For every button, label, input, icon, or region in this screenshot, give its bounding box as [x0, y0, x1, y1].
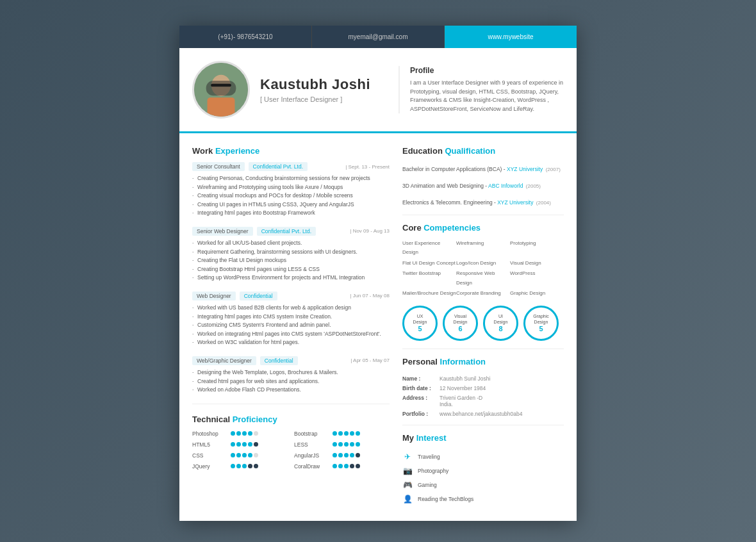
dot — [231, 464, 235, 468]
phone-item: (+91)- 9876543210 — [179, 26, 312, 48]
job-date-1: | Sept. 13 - Present — [345, 164, 390, 170]
duty-item: Setting up WordPress Environment for pro… — [192, 274, 390, 283]
pi-name-row: Name : Kaustubh Sunil Joshi — [402, 375, 564, 382]
dot — [344, 431, 349, 436]
comp-item: Responsive Web Design — [456, 269, 510, 288]
tech-highlight: Proficiency — [233, 415, 277, 424]
dot — [242, 453, 247, 457]
comp-item: Flat UI Design Concept — [402, 259, 456, 268]
skill-circle-visual: VisualDesign 6 — [443, 306, 478, 341]
dot — [242, 431, 247, 436]
circle-value-ui: 8 — [498, 325, 502, 333]
duty-item: Wireframing and Prototyping using tools … — [192, 183, 390, 192]
interest-gaming: 🎮 Gaming — [402, 480, 564, 490]
skill-jquery: JQuery — [192, 463, 288, 470]
dot — [236, 464, 241, 468]
comp-item: Twitter Bootstrap — [402, 269, 456, 288]
dot — [356, 442, 360, 447]
skill-circle-graphic: GraphicDesign 5 — [523, 306, 559, 341]
dot — [344, 453, 349, 457]
work-highlight: Experience — [215, 146, 259, 156]
circle-value-visual: 6 — [458, 325, 462, 333]
comp-item: Prototyping — [510, 239, 564, 258]
skill-circle-ux: UXDesign 5 — [402, 306, 438, 341]
skill-name: Photoshop — [192, 431, 227, 437]
edu-degree-1: Bachelor in Computer Applications (BCA) … — [402, 166, 507, 172]
phone-text: (+91)- 9876543210 — [218, 33, 272, 40]
interest-label: Traveling — [418, 454, 440, 460]
skill-bootstrap: Bootstrap — [294, 431, 390, 437]
pi-address-line1: Triveni Garden -D — [440, 395, 482, 401]
skill-name: AngularJS — [294, 452, 329, 459]
dot — [333, 431, 337, 436]
edu-year-2: (2005) — [526, 183, 541, 189]
edu-entry-3: Electronics & Telecomm. Engineering - XY… — [402, 195, 564, 207]
edu-institution-2: ABC Infoworld — [488, 183, 523, 189]
duty-item: Creating visual mockups and POCs for des… — [192, 192, 390, 201]
job-duties-3: Worked with US based B2B clients for web… — [192, 304, 390, 347]
profile-description: Profile I am a User Interface Designer w… — [399, 66, 564, 113]
competencies-section-title: Core Competencies — [402, 223, 564, 233]
job-company-3: Confidential — [240, 292, 277, 300]
skill-dots — [231, 464, 258, 468]
job-date-3: | Jun 07 - May 08 — [350, 293, 390, 299]
job-role-2: Senior Web Designer — [192, 227, 253, 236]
interest-label: Photography — [418, 468, 448, 474]
comp-item: Wireframing — [456, 239, 510, 258]
job-entry-1: Senior Consultant Confidential Pvt. Ltd.… — [192, 162, 390, 218]
gaming-icon: 🎮 — [402, 480, 413, 490]
competencies-grid: User Experience Design Wireframing Proto… — [402, 239, 564, 298]
dot — [350, 464, 354, 468]
skill-dots — [333, 464, 360, 468]
job-header-3: Web Designer Confidential | Jun 07 - May… — [192, 292, 390, 300]
dot — [248, 464, 252, 468]
skill-dots — [333, 453, 360, 457]
divider — [402, 349, 564, 349]
skill-circles: UXDesign 5 VisualDesign 6 UIDesign 8 Gra… — [402, 306, 564, 341]
full-name: Kaustubh Joshi — [260, 76, 388, 93]
pi-name-label: Name : — [402, 375, 434, 382]
profile-bio: I am a User Interface Designer with 9 ye… — [410, 79, 564, 113]
circle-label-visual: VisualDesign — [454, 314, 468, 325]
duty-item: Designing the Web Template, Logos, Broch… — [192, 368, 390, 377]
edu-institution-1: XYZ University — [507, 166, 543, 172]
dot — [231, 453, 235, 457]
skill-name: HTML5 — [192, 441, 227, 448]
pi-portfolio-row: Portfolio : www.behance.net/jakaustubh0a… — [402, 411, 564, 417]
reading-icon: 👤 — [402, 494, 413, 504]
job-header-1: Senior Consultant Confidential Pvt. Ltd.… — [192, 162, 390, 171]
dot — [350, 431, 354, 436]
job-company-1: Confidential Pvt. Ltd. — [249, 162, 308, 171]
circle-label-ui: UIDesign — [494, 314, 508, 325]
edu-degree-2: 3D Animation and Web Designing - — [402, 183, 488, 189]
job-duties-1: Creating Personas, Conducting brainstorm… — [192, 174, 390, 218]
job-duties-2: Worked for all UK/US-based client projec… — [192, 239, 390, 283]
job-date-2: | Nov 09 - Aug 13 — [350, 228, 390, 234]
edu-year-3: (2004) — [536, 200, 551, 206]
duty-item: Worked on Adobe Flash CD Presentations. — [192, 386, 390, 395]
dot — [248, 442, 252, 447]
dot — [242, 442, 247, 447]
job-role-4: Web/Graphic Designer — [192, 356, 256, 365]
skill-name: CoralDraw — [294, 463, 329, 470]
dot — [231, 431, 235, 436]
duty-item: Creating UI pages in HTML5 using CSS3, J… — [192, 201, 390, 209]
skill-grid: Photoshop Bootstrap — [192, 431, 390, 472]
job-company-2: Confidential Pvt. Ltd. — [257, 227, 316, 236]
comp-item: Graphic Design — [510, 289, 564, 298]
interests-highlight: Interest — [416, 433, 447, 443]
dot — [333, 442, 337, 447]
job-role-3: Web Designer — [192, 292, 236, 300]
divider — [192, 404, 390, 404]
job-entry-3: Web Designer Confidential | Jun 07 - May… — [192, 292, 390, 347]
personal-highlight: Information — [440, 357, 486, 366]
skill-less: LESS — [294, 441, 390, 448]
job-header-4: Web/Graphic Designer Confidential | Apr … — [192, 356, 390, 365]
header-bar: (+91)- 9876543210 myemail@gmail.com www.… — [179, 26, 577, 48]
personal-section-title: Personal Information — [402, 357, 564, 366]
dot — [350, 453, 354, 457]
skill-name: JQuery — [192, 463, 227, 470]
skill-dots — [333, 431, 360, 436]
personal-info: Name : Kaustubh Sunil Joshi Birth date :… — [402, 375, 564, 417]
dot — [333, 464, 337, 468]
